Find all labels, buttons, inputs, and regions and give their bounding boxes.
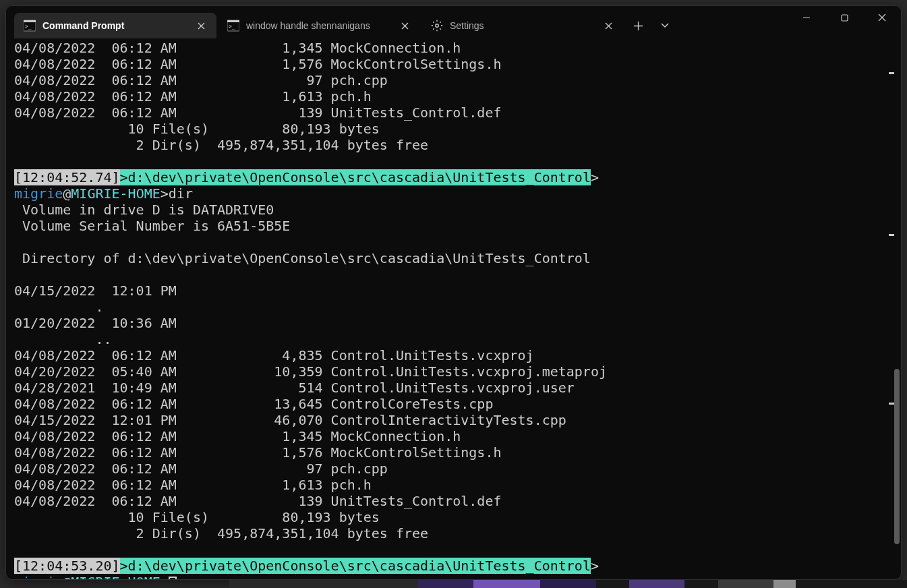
taskbar-segment: [418, 580, 473, 588]
taskbar-segment: [629, 580, 684, 588]
minimize-button[interactable]: [788, 6, 825, 29]
svg-rect-7: [842, 15, 848, 21]
terminal-window: >_ Command Prompt >_ window handle shenn…: [5, 5, 902, 580]
svg-text:>_: >_: [25, 24, 32, 30]
scrollbar[interactable]: [890, 38, 901, 579]
taskbar-segment: [540, 580, 595, 588]
maximize-button[interactable]: [825, 6, 863, 29]
taskbar-segment: [796, 580, 907, 588]
svg-text:>_: >_: [229, 24, 235, 30]
taskbar-hint: [0, 580, 907, 588]
title-bar: >_ Command Prompt >_ window handle shenn…: [6, 6, 901, 38]
taskbar-segment: [473, 580, 540, 588]
tab-dropdown-button[interactable]: [652, 13, 678, 38]
svg-rect-1: [24, 20, 36, 22]
gear-icon: [431, 20, 443, 32]
close-icon[interactable]: [194, 18, 208, 33]
cmd-icon: >_: [227, 20, 239, 32]
tab-command-prompt[interactable]: >_ Command Prompt: [14, 13, 216, 38]
scrollbar-thumb[interactable]: [894, 369, 900, 544]
terminal-output[interactable]: 04/08/2022 06:12 AM 1,345 MockConnection…: [6, 38, 901, 579]
close-icon[interactable]: [601, 18, 616, 33]
close-button[interactable]: [863, 6, 901, 29]
svg-point-6: [436, 24, 439, 28]
tab-label: Command Prompt: [42, 20, 187, 31]
tab-window-handle[interactable]: >_ window handle shennanigans: [218, 13, 420, 38]
scroll-mark: [889, 234, 894, 236]
taskbar-segment: [718, 580, 773, 588]
taskbar-segment: [773, 580, 796, 588]
tab-strip: >_ Command Prompt >_ window handle shenn…: [6, 6, 678, 38]
new-tab-button[interactable]: [625, 13, 651, 38]
scroll-mark: [889, 72, 894, 74]
taskbar-segment: [229, 580, 418, 588]
taskbar-segment: [684, 580, 718, 588]
tab-settings[interactable]: Settings: [421, 13, 624, 38]
tab-label: window handle shennanigans: [246, 20, 390, 31]
scroll-mark: [889, 403, 894, 405]
window-controls: [788, 6, 901, 29]
close-icon[interactable]: [397, 18, 412, 33]
tab-label: Settings: [450, 20, 594, 31]
taskbar-segment: [596, 580, 629, 588]
svg-rect-4: [227, 20, 239, 22]
cmd-icon: >_: [24, 20, 36, 32]
